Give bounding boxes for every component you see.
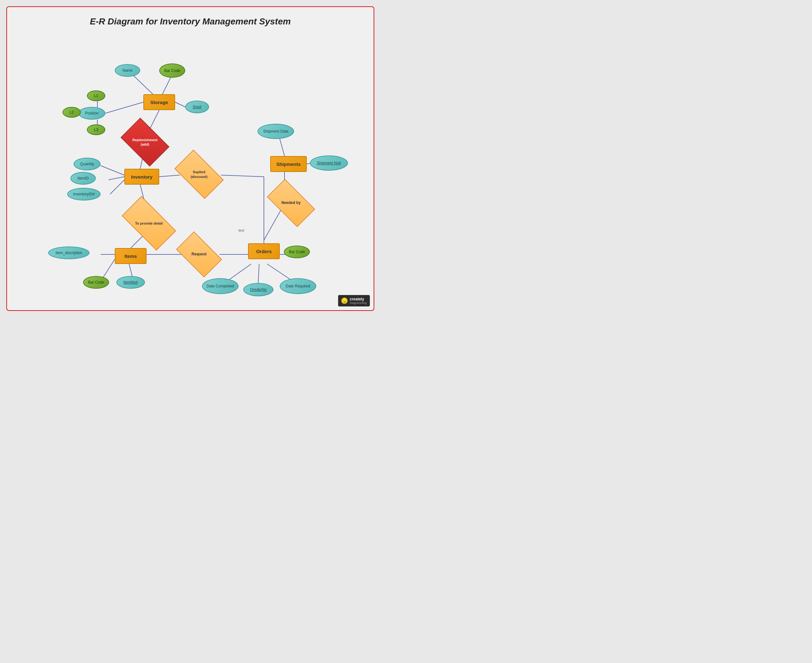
attr-barcode-orders: Bar Code: [284, 246, 310, 258]
attr-date-completed: Date Completed: [202, 278, 239, 294]
diamond-replenishment[interactable]: Replenishment(add): [124, 128, 166, 156]
attr-item-desc: Item_discription: [48, 246, 89, 259]
er-canvas: Storage Inventory Items Shipments Orders…: [7, 32, 374, 311]
attr-itemno: ItemNo#: [116, 276, 145, 289]
attr-l3: L3: [87, 125, 105, 135]
text-label: text: [239, 228, 244, 232]
svg-line-2: [175, 102, 185, 107]
svg-line-7: [150, 110, 159, 129]
attr-quantity: Quantity: [74, 158, 100, 170]
svg-line-13: [221, 175, 264, 177]
entity-shipments[interactable]: Shipments: [270, 156, 307, 172]
svg-line-17: [131, 235, 144, 248]
svg-line-27: [258, 264, 259, 283]
entity-storage[interactable]: Storage: [144, 94, 175, 110]
attr-sno: Sno#: [185, 100, 209, 113]
attr-shipment-no: Shipment No#: [310, 155, 348, 171]
svg-line-26: [229, 264, 251, 280]
diagram-container: E-R Diagram for Inventory Management Sys…: [6, 6, 374, 311]
entity-inventory[interactable]: Inventory: [124, 169, 159, 184]
bulb-icon: 💡: [341, 298, 348, 304]
creately-sub: Diagramming: [350, 301, 366, 304]
entity-orders[interactable]: Orders: [248, 243, 280, 259]
diamond-needed-by[interactable]: Needed by: [270, 190, 312, 216]
svg-line-3: [105, 102, 144, 113]
attr-l2: L2: [63, 107, 81, 118]
attr-barcode-items: Bar Code: [83, 276, 109, 289]
creately-badge: 💡 creately Diagramming: [338, 295, 370, 306]
diagram-title: E-R Diagram for Inventory Management Sys…: [7, 7, 374, 30]
svg-line-19: [129, 264, 132, 277]
diamond-suplied[interactable]: Suplied(discount): [178, 161, 220, 188]
svg-line-11: [110, 180, 124, 194]
svg-line-28: [267, 264, 291, 280]
diamond-to-provide[interactable]: To provide detail: [124, 209, 173, 237]
attr-position: Position: [78, 107, 105, 120]
attr-name: Name: [115, 64, 140, 77]
attr-itemid: ItemID: [70, 172, 96, 184]
attr-date-required: Date Required: [280, 278, 316, 294]
svg-line-12: [159, 175, 180, 177]
entity-items[interactable]: Items: [115, 248, 147, 264]
svg-line-10: [108, 177, 124, 180]
diamond-request[interactable]: Request: [179, 242, 219, 267]
attr-barcode-storage: Bar Code: [159, 63, 185, 78]
creately-brand: creately: [350, 297, 366, 301]
attr-orderno: OrederNo: [243, 283, 273, 296]
attr-l1: L1: [87, 91, 105, 101]
attr-inventoryid: InventoryID#: [67, 188, 100, 201]
svg-line-9: [100, 166, 124, 175]
attr-shipment-date: Shipment Date: [258, 124, 294, 139]
